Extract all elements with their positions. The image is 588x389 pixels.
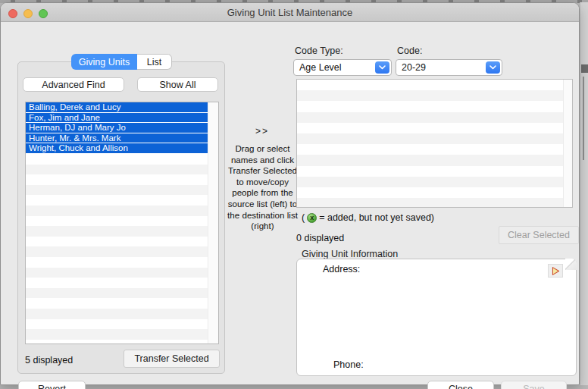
code-dropdown[interactable]: 20-29 bbox=[396, 59, 502, 76]
background-artifact bbox=[581, 64, 588, 73]
code-type-value: Age Level bbox=[299, 62, 342, 73]
list-item[interactable]: Herman, DJ and Mary Jo bbox=[26, 123, 208, 133]
list-item[interactable]: Hunter, Mr. & Mrs. Mark bbox=[26, 133, 208, 144]
giving-unit-information-label: Giving Unit Information bbox=[302, 249, 398, 259]
destination-list[interactable] bbox=[296, 79, 573, 208]
code-type-label: Code Type: bbox=[295, 45, 343, 56]
phone-label: Phone: bbox=[333, 359, 364, 370]
giving-unit-list-maintenance-window: Giving Unit List Maintenance Giving Unit… bbox=[0, 2, 580, 385]
right-displayed-count: 0 displayed bbox=[296, 233, 344, 243]
code-type-dropdown[interactable]: Age Level bbox=[293, 59, 392, 76]
expand-record-button[interactable] bbox=[548, 264, 563, 278]
play-triangle-icon bbox=[551, 266, 561, 276]
added-legend: ( x = added, but not yet saved) bbox=[302, 212, 434, 223]
show-all-button[interactable]: Show All bbox=[137, 77, 218, 92]
revert-button[interactable]: Revert bbox=[18, 381, 86, 389]
added-marker-icon: x bbox=[307, 213, 317, 223]
transfer-selected-button[interactable]: Transfer Selected bbox=[124, 350, 220, 368]
legend-suffix: = added, but not yet saved) bbox=[319, 212, 434, 223]
address-label: Address: bbox=[323, 264, 360, 274]
background-artifact bbox=[583, 77, 584, 160]
list-item[interactable]: Balling, Derek and Lucy bbox=[26, 102, 208, 113]
tab-list[interactable]: List bbox=[137, 54, 172, 70]
transfer-instructions: Drag or select names and click Transfer … bbox=[226, 143, 299, 232]
tab-bar: Giving Units List bbox=[71, 54, 172, 70]
left-displayed-count: 5 displayed bbox=[25, 355, 73, 365]
advanced-find-button[interactable]: Advanced Find bbox=[23, 77, 124, 92]
window-title: Giving Unit List Maintenance bbox=[1, 3, 579, 22]
close-button[interactable]: Close bbox=[427, 381, 494, 389]
giving-units-list[interactable]: Balling, Derek and LucyFox, Jim and Jane… bbox=[25, 102, 219, 344]
code-label: Code: bbox=[397, 45, 422, 56]
background-right-strip bbox=[580, 2, 588, 385]
clear-selected-button[interactable]: Clear Selected bbox=[499, 226, 579, 244]
right-list-scrollbar[interactable] bbox=[563, 80, 572, 207]
code-value: 20-29 bbox=[402, 62, 426, 73]
giving-unit-information-box: Address: Phone: bbox=[296, 259, 577, 376]
left-list-scrollbar[interactable] bbox=[208, 102, 218, 344]
save-button[interactable]: Save bbox=[501, 381, 567, 389]
legend-prefix: ( bbox=[302, 212, 305, 223]
page-corner-fold bbox=[565, 259, 577, 270]
transfer-direction-chevrons: >> bbox=[226, 126, 299, 136]
giving-units-rows: Balling, Derek and LucyFox, Jim and Jane… bbox=[26, 102, 208, 154]
list-item[interactable]: Wright, Chuck and Allison bbox=[26, 143, 208, 154]
screen: Giving Unit List Maintenance Giving Unit… bbox=[0, 0, 588, 389]
window-content: Giving Units List Advanced Find Show All… bbox=[1, 22, 579, 384]
chevron-down-icon[interactable] bbox=[486, 61, 500, 74]
traffic-light-close-icon[interactable] bbox=[8, 9, 17, 18]
chevron-down-icon[interactable] bbox=[375, 61, 389, 74]
title-bar[interactable]: Giving Unit List Maintenance bbox=[1, 3, 579, 22]
traffic-light-zoom-icon[interactable] bbox=[39, 9, 48, 18]
traffic-light-minimize-icon[interactable] bbox=[23, 9, 33, 18]
list-item[interactable]: Fox, Jim and Jane bbox=[26, 113, 208, 124]
tab-giving-units[interactable]: Giving Units bbox=[71, 54, 137, 70]
